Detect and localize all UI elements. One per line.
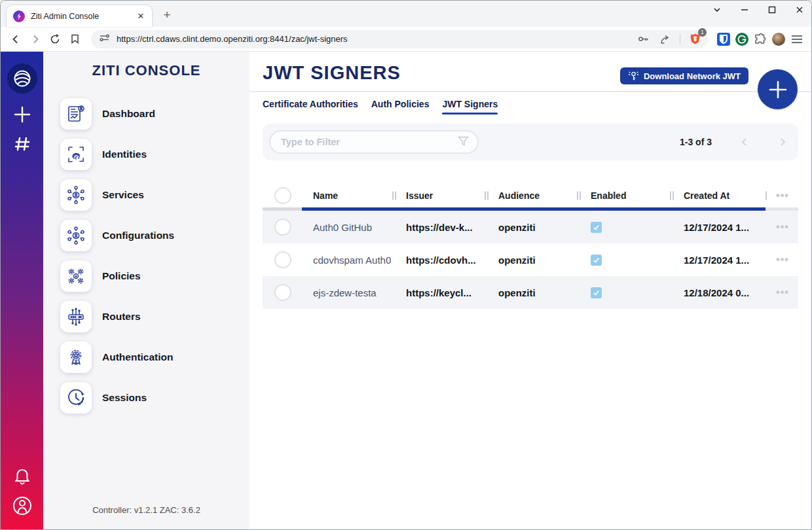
select-all-checkbox[interactable]: [274, 187, 291, 204]
url-text[interactable]: https://ctrl.cdaws.clint.demo.openziti.o…: [117, 34, 635, 44]
column-header-enabled[interactable]: Enabled: [580, 190, 673, 201]
sidebar-item-policies[interactable]: Policies: [43, 256, 249, 296]
dashboard-icon: [60, 98, 92, 130]
new-tab-button[interactable]: +: [158, 6, 176, 24]
tab-certificate-authorities[interactable]: Certificate Authorities: [263, 99, 358, 115]
minimize-button[interactable]: [739, 5, 750, 15]
account-profile-icon[interactable]: [12, 495, 33, 516]
notifications-bell-icon[interactable]: [13, 468, 31, 486]
row-menu-icon[interactable]: •••: [766, 221, 800, 233]
table-row[interactable]: Auth0 GitHub https://dev-k... openziti 1…: [263, 211, 798, 243]
ziti-logo-icon[interactable]: [7, 63, 37, 94]
prev-page-icon[interactable]: [739, 137, 750, 147]
sidebar-item-label: Configurations: [102, 230, 174, 241]
reload-icon[interactable]: [46, 31, 64, 48]
next-page-icon[interactable]: [777, 137, 788, 147]
version-footer: Controller: v1.2.1 ZAC: 3.6.2: [43, 505, 249, 529]
shield-badge: 1: [698, 28, 707, 37]
column-header-menu-icon[interactable]: •••: [766, 190, 800, 202]
add-icon[interactable]: [13, 105, 31, 124]
enabled-checkbox[interactable]: [591, 287, 602, 298]
column-header-name[interactable]: Name: [302, 190, 395, 201]
password-key-icon[interactable]: [635, 31, 651, 47]
jwt-signers-table: Name Issuer Audience Enabled Created At …: [263, 184, 798, 309]
routers-icon: [60, 301, 92, 332]
cell-audience: openziti: [487, 255, 580, 266]
cell-audience: openziti: [487, 222, 580, 233]
sidebar-item-identities[interactable]: Identities: [43, 134, 249, 175]
hash-icon[interactable]: [14, 135, 31, 152]
share-icon[interactable]: [657, 31, 673, 47]
close-window-button[interactable]: [794, 5, 805, 15]
add-jwt-signer-button[interactable]: [758, 69, 798, 109]
pagination: 1-3 of 3: [680, 137, 788, 147]
enabled-checkbox[interactable]: [591, 255, 602, 266]
services-network-icon: [60, 179, 92, 211]
cell-created-at: 12/17/2024 1...: [673, 222, 766, 233]
row-menu-icon[interactable]: •••: [766, 287, 800, 298]
cell-issuer: https://dev-k...: [395, 222, 487, 233]
table-header-row: Name Issuer Audience Enabled Created At …: [263, 184, 798, 207]
enabled-checkbox[interactable]: [591, 222, 602, 233]
filter-panel: 1-3 of 3: [263, 124, 798, 160]
extensions-puzzle-icon[interactable]: [752, 31, 768, 47]
row-menu-icon[interactable]: •••: [766, 254, 800, 266]
sidebar-item-sessions[interactable]: Sessions: [43, 378, 249, 418]
divider: [249, 91, 811, 92]
funnel-filter-icon[interactable]: [457, 135, 470, 150]
cell-issuer: https://keycl...: [395, 287, 487, 298]
sidebar-item-label: Identities: [102, 149, 147, 160]
sidebar-item-label: Policies: [102, 270, 141, 282]
main-panel: JWT SIGNERS Download Network JWT Certifi…: [249, 52, 811, 529]
cell-created-at: 12/17/2024 1...: [673, 255, 766, 266]
column-header-issuer[interactable]: Issuer: [395, 190, 487, 201]
maximize-button[interactable]: [767, 5, 777, 15]
sidebar-item-routers[interactable]: Routers: [43, 296, 249, 337]
menu-hamburger-icon[interactable]: [789, 31, 805, 47]
tab-strip: Ziti Admin Console ✕ +: [1, 1, 811, 27]
forward-icon[interactable]: [27, 31, 44, 48]
tab-close-icon[interactable]: ✕: [135, 10, 147, 22]
browser-tab[interactable]: Ziti Admin Console ✕: [6, 5, 153, 27]
tab-jwt-signers[interactable]: JWT Signers: [442, 99, 498, 115]
row-select-checkbox[interactable]: [274, 219, 291, 236]
column-resize-handle[interactable]: [766, 192, 767, 200]
table-row[interactable]: cdovhspam Auth0 https://cdovh... openzit…: [263, 243, 798, 276]
sessions-clock-icon: [60, 382, 92, 414]
divider: [680, 34, 680, 44]
row-select-checkbox[interactable]: [274, 251, 291, 268]
sidebar-item-dashboard[interactable]: Dashboard: [43, 94, 249, 134]
bookmark-icon[interactable]: [66, 31, 83, 48]
profile-avatar[interactable]: [771, 31, 786, 47]
tab-search-chevron-icon[interactable]: [712, 5, 722, 15]
site-settings-icon[interactable]: [99, 32, 110, 46]
sidebar-item-services[interactable]: Services: [43, 175, 249, 215]
grammarly-extension-icon[interactable]: [734, 31, 750, 47]
sidebar-item-label: Authentication: [102, 351, 174, 363]
row-select-checkbox[interactable]: [274, 284, 291, 301]
brave-shield-icon[interactable]: 1: [687, 31, 703, 47]
sidebar-item-configurations[interactable]: Configurations: [43, 215, 249, 256]
sidebar-item-label: Routers: [102, 311, 141, 323]
url-bar[interactable]: https://ctrl.cdaws.clint.demo.openziti.o…: [91, 30, 708, 48]
cell-name[interactable]: cdovhspam Auth0: [302, 255, 395, 266]
column-header-audience[interactable]: Audience: [487, 190, 580, 201]
back-icon[interactable]: [7, 31, 24, 48]
table-row[interactable]: ejs-zdew-testa https://keycl... openziti…: [263, 276, 798, 309]
filter-pill[interactable]: [269, 130, 479, 154]
sidebar-item-authentication[interactable]: Authentication: [43, 337, 249, 378]
filter-input[interactable]: [281, 137, 457, 147]
browser-window: Ziti Admin Console ✕ +: [0, 0, 812, 530]
app-rail: [1, 52, 43, 529]
cell-name[interactable]: ejs-zdew-testa: [302, 287, 395, 298]
sidebar-item-label: Sessions: [102, 392, 147, 404]
configurations-network-icon: [60, 220, 92, 251]
download-network-jwt-button[interactable]: Download Network JWT: [620, 67, 748, 84]
column-header-created-at[interactable]: Created At: [673, 190, 766, 201]
tab-auth-policies[interactable]: Auth Policies: [371, 99, 430, 115]
cell-issuer: https://cdovh...: [395, 255, 487, 266]
bitwarden-extension-icon[interactable]: [716, 31, 731, 47]
browser-toolbar: https://ctrl.cdaws.clint.demo.openziti.o…: [1, 27, 811, 52]
pagination-range: 1-3 of 3: [680, 137, 712, 147]
cell-name[interactable]: Auth0 GitHub: [302, 222, 395, 233]
